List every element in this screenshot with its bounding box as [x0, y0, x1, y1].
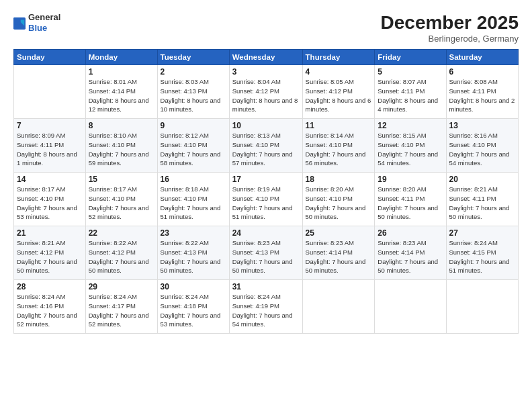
day-info: Sunrise: 8:21 AM Sunset: 4:11 PM Dayligh… — [449, 185, 516, 222]
day-info: Sunrise: 8:22 AM Sunset: 4:13 PM Dayligh… — [161, 238, 226, 275]
table-row: 23 Sunrise: 8:22 AM Sunset: 4:13 PM Dayl… — [157, 226, 229, 280]
day-info: Sunrise: 8:03 AM Sunset: 4:13 PM Dayligh… — [161, 77, 226, 114]
day-info: Sunrise: 8:14 AM Sunset: 4:10 PM Dayligh… — [306, 131, 372, 168]
table-row: 7 Sunrise: 8:09 AM Sunset: 4:11 PM Dayli… — [14, 119, 86, 173]
day-number: 27 — [449, 228, 516, 238]
sunrise-text: Sunrise: 8:17 AM — [89, 185, 137, 193]
table-row: 6 Sunrise: 8:08 AM Sunset: 4:11 PM Dayli… — [446, 65, 519, 119]
sunset-text: Sunset: 4:11 PM — [17, 141, 64, 148]
sunset-text: Sunset: 4:16 PM — [17, 302, 64, 310]
sunset-text: Sunset: 4:10 PM — [161, 141, 208, 148]
sunrise-text: Sunrise: 8:23 AM — [378, 239, 426, 246]
table-row: 3 Sunrise: 8:04 AM Sunset: 4:12 PM Dayli… — [229, 65, 302, 119]
daylight-text: Daylight: 7 hours and 50 minutes. — [17, 258, 77, 275]
daylight-text: Daylight: 8 hours and 8 minutes. — [232, 97, 298, 113]
table-row — [302, 280, 375, 334]
daylight-text: Daylight: 7 hours and 57 minutes. — [232, 150, 293, 167]
sunset-text: Sunset: 4:11 PM — [378, 87, 425, 95]
table-row: 25 Sunrise: 8:23 AM Sunset: 4:14 PM Dayl… — [302, 226, 375, 280]
sunrise-text: Sunrise: 8:19 AM — [232, 185, 281, 193]
sunset-text: Sunset: 4:10 PM — [378, 141, 425, 148]
sunset-text: Sunset: 4:12 PM — [17, 248, 64, 256]
daylight-text: Daylight: 7 hours and 54 minutes. — [378, 150, 438, 167]
table-row: 21 Sunrise: 8:21 AM Sunset: 4:12 PM Dayl… — [14, 226, 86, 280]
col-wednesday: Wednesday — [229, 50, 302, 65]
table-row: 30 Sunrise: 8:24 AM Sunset: 4:18 PM Dayl… — [157, 280, 229, 334]
daylight-text: Daylight: 8 hours and 10 minutes. — [161, 97, 221, 113]
month-title: December 2025 — [381, 12, 519, 34]
sunrise-text: Sunrise: 8:24 AM — [17, 293, 65, 300]
daylight-text: Daylight: 7 hours and 52 minutes. — [89, 204, 149, 221]
day-info: Sunrise: 8:20 AM Sunset: 4:10 PM Dayligh… — [306, 185, 372, 222]
daylight-text: Daylight: 7 hours and 50 minutes. — [378, 204, 438, 221]
table-row: 31 Sunrise: 8:24 AM Sunset: 4:19 PM Dayl… — [229, 280, 302, 334]
sunrise-text: Sunrise: 8:20 AM — [378, 185, 426, 193]
daylight-text: Daylight: 7 hours and 56 minutes. — [306, 150, 366, 167]
day-info: Sunrise: 8:22 AM Sunset: 4:12 PM Dayligh… — [89, 238, 154, 275]
day-number: 10 — [232, 121, 300, 130]
location: Berlingerode, Germany — [381, 34, 519, 44]
sunset-text: Sunset: 4:10 PM — [232, 141, 279, 148]
daylight-text: Daylight: 7 hours and 54 minutes. — [232, 312, 293, 328]
sunset-text: Sunset: 4:14 PM — [306, 248, 353, 256]
sunrise-text: Sunrise: 8:10 AM — [89, 132, 137, 139]
calendar-week-row: 1 Sunrise: 8:01 AM Sunset: 4:14 PM Dayli… — [14, 65, 519, 119]
daylight-text: Daylight: 7 hours and 51 minutes. — [161, 204, 221, 221]
daylight-text: Daylight: 7 hours and 51 minutes. — [449, 258, 510, 275]
daylight-text: Daylight: 8 hours and 4 minutes. — [378, 97, 438, 113]
day-info: Sunrise: 8:24 AM Sunset: 4:17 PM Dayligh… — [89, 292, 154, 329]
day-info: Sunrise: 8:12 AM Sunset: 4:10 PM Dayligh… — [161, 131, 226, 168]
day-number: 2 — [161, 67, 226, 77]
day-number: 8 — [89, 121, 154, 130]
table-row: 28 Sunrise: 8:24 AM Sunset: 4:16 PM Dayl… — [14, 280, 86, 334]
daylight-text: Daylight: 7 hours and 50 minutes. — [378, 258, 438, 275]
col-monday: Monday — [85, 50, 157, 65]
sunrise-text: Sunrise: 8:15 AM — [378, 132, 426, 139]
daylight-text: Daylight: 8 hours and 12 minutes. — [89, 97, 149, 113]
daylight-text: Daylight: 7 hours and 54 minutes. — [449, 150, 510, 167]
day-number: 9 — [161, 121, 226, 130]
sunset-text: Sunset: 4:19 PM — [232, 302, 279, 310]
table-row — [14, 65, 86, 119]
day-info: Sunrise: 8:10 AM Sunset: 4:10 PM Dayligh… — [89, 131, 154, 168]
sunset-text: Sunset: 4:10 PM — [17, 195, 64, 202]
daylight-text: Daylight: 7 hours and 50 minutes. — [306, 258, 366, 275]
sunrise-text: Sunrise: 8:17 AM — [17, 185, 65, 193]
table-row: 1 Sunrise: 8:01 AM Sunset: 4:14 PM Dayli… — [85, 65, 157, 119]
day-number: 26 — [378, 228, 443, 238]
table-row — [446, 280, 519, 334]
table-row: 12 Sunrise: 8:15 AM Sunset: 4:10 PM Dayl… — [375, 119, 446, 173]
sunset-text: Sunset: 4:11 PM — [378, 195, 425, 202]
sunset-text: Sunset: 4:14 PM — [89, 87, 136, 95]
table-row: 26 Sunrise: 8:23 AM Sunset: 4:14 PM Dayl… — [375, 226, 446, 280]
sunrise-text: Sunrise: 8:22 AM — [89, 239, 137, 246]
day-number: 13 — [449, 121, 516, 130]
sunset-text: Sunset: 4:11 PM — [449, 87, 496, 95]
daylight-text: Daylight: 7 hours and 50 minutes. — [89, 258, 149, 275]
table-row: 15 Sunrise: 8:17 AM Sunset: 4:10 PM Dayl… — [85, 173, 157, 226]
sunrise-text: Sunrise: 8:20 AM — [306, 185, 354, 193]
calendar-week-row: 21 Sunrise: 8:21 AM Sunset: 4:12 PM Dayl… — [14, 226, 519, 280]
calendar-week-row: 28 Sunrise: 8:24 AM Sunset: 4:16 PM Dayl… — [14, 280, 519, 334]
sunset-text: Sunset: 4:13 PM — [161, 87, 208, 95]
table-row: 13 Sunrise: 8:16 AM Sunset: 4:10 PM Dayl… — [446, 119, 519, 173]
sunrise-text: Sunrise: 8:24 AM — [232, 293, 281, 300]
col-tuesday: Tuesday — [157, 50, 229, 65]
table-row: 4 Sunrise: 8:05 AM Sunset: 4:12 PM Dayli… — [302, 65, 375, 119]
sunrise-text: Sunrise: 8:09 AM — [17, 132, 65, 139]
sunrise-text: Sunrise: 8:13 AM — [232, 132, 281, 139]
daylight-text: Daylight: 8 hours and 6 minutes. — [306, 97, 371, 113]
daylight-text: Daylight: 7 hours and 51 minutes. — [232, 204, 293, 221]
daylight-text: Daylight: 7 hours and 50 minutes. — [161, 258, 221, 275]
day-number: 16 — [161, 175, 226, 184]
daylight-text: Daylight: 7 hours and 53 minutes. — [17, 204, 77, 221]
sunset-text: Sunset: 4:10 PM — [232, 195, 279, 202]
day-info: Sunrise: 8:17 AM Sunset: 4:10 PM Dayligh… — [89, 185, 154, 222]
table-row: 14 Sunrise: 8:17 AM Sunset: 4:10 PM Dayl… — [14, 173, 86, 226]
col-saturday: Saturday — [446, 50, 519, 65]
table-row: 9 Sunrise: 8:12 AM Sunset: 4:10 PM Dayli… — [157, 119, 229, 173]
day-info: Sunrise: 8:15 AM Sunset: 4:10 PM Dayligh… — [378, 131, 443, 168]
page: General Blue December 2025 Berlingerode,… — [0, 0, 532, 411]
sunset-text: Sunset: 4:10 PM — [161, 195, 208, 202]
day-number: 23 — [161, 228, 226, 238]
